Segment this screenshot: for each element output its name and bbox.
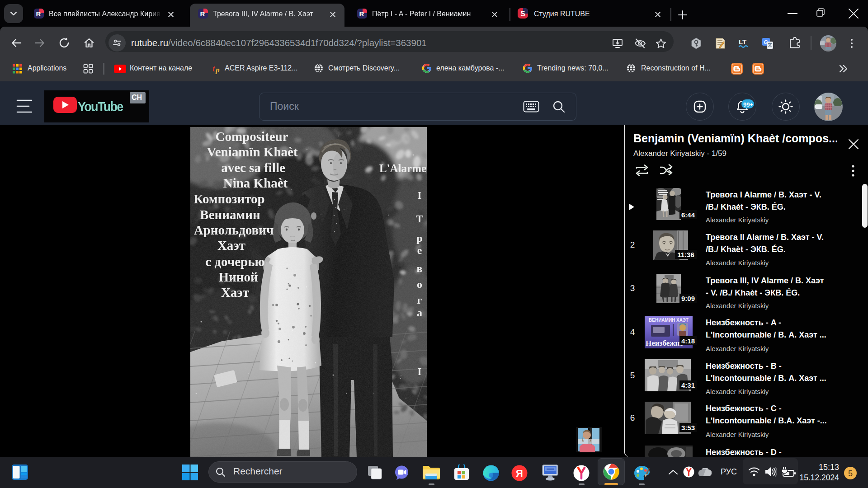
svg-text:с дочерью: с дочерью bbox=[205, 254, 264, 269]
svg-text:е: е bbox=[417, 244, 422, 256]
svg-text:І: І bbox=[417, 366, 421, 377]
svg-text:Композитор: Композитор bbox=[193, 192, 264, 206]
svg-text:Арнольдович: Арнольдович bbox=[194, 223, 274, 237]
svg-text:LT: LT bbox=[739, 38, 746, 46]
svg-text:г: г bbox=[417, 294, 422, 306]
svg-text:Compositeur: Compositeur bbox=[215, 129, 288, 144]
svg-text:а: а bbox=[417, 307, 422, 319]
svg-text:p: p bbox=[215, 66, 220, 74]
svg-text:ВЕНИАМИН ХАЭТ: ВЕНИАМИН ХАЭТ bbox=[649, 318, 689, 323]
svg-text:avec sa fille: avec sa fille bbox=[221, 160, 285, 175]
svg-text:р: р bbox=[416, 232, 422, 244]
svg-text:о: о bbox=[417, 278, 422, 290]
svg-text:Ниной: Ниной bbox=[218, 270, 258, 284]
svg-text:Я: Я bbox=[516, 468, 523, 479]
svg-text:в: в bbox=[417, 263, 423, 274]
svg-text:R: R bbox=[36, 10, 41, 18]
svg-text:R: R bbox=[200, 10, 205, 18]
svg-text:Вениамин: Вениамин bbox=[200, 207, 260, 222]
svg-text:І: І bbox=[417, 189, 421, 201]
svg-text:L'Alarme: L'Alarme bbox=[379, 162, 426, 174]
svg-text:Veniamïn Khaèt: Veniamïn Khaèt bbox=[207, 145, 297, 159]
svg-text:Хаэт: Хаэт bbox=[221, 285, 249, 300]
svg-text:t: t bbox=[212, 64, 215, 73]
svg-text:Неизбежно: Неизбежно bbox=[646, 339, 684, 347]
svg-text:Т: Т bbox=[416, 213, 423, 225]
svg-text:Хаэт: Хаэт bbox=[217, 238, 245, 253]
svg-text:Nina Khaèt: Nina Khaèt bbox=[223, 176, 288, 190]
svg-text:R: R bbox=[359, 10, 364, 18]
svg-text:S: S bbox=[520, 10, 525, 18]
